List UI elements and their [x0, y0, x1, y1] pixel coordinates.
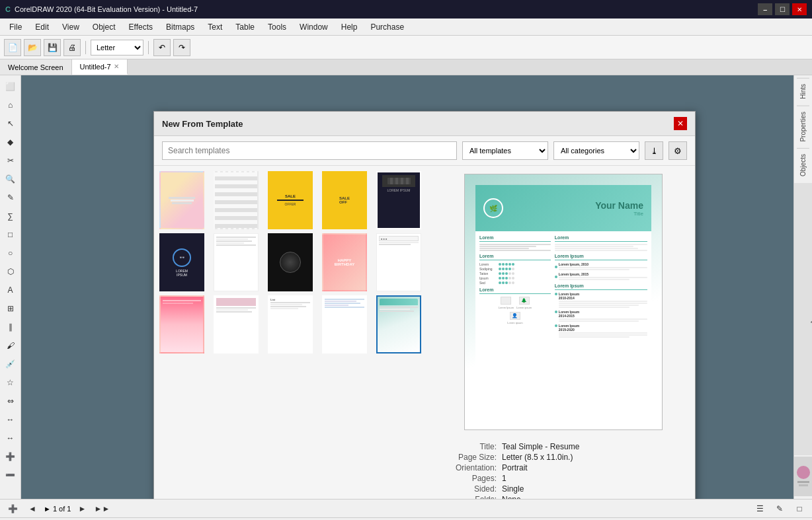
menu-bitmaps[interactable]: Bitmaps [159, 20, 201, 34]
select-tool[interactable]: ⬜ [2, 78, 19, 95]
node-tool[interactable]: ◆ [2, 133, 19, 151]
all-categories-filter[interactable]: All categories [553, 141, 639, 160]
page-nav-right[interactable]: ► [73, 500, 91, 517]
undo-button[interactable]: ↶ [153, 39, 171, 56]
new-from-template-dialog: New From Template ✕ All templates All ca… [153, 111, 696, 499]
template-info-table: Title: Teal Simple - Resume Page Size: L… [440, 441, 687, 499]
template-thumb-7[interactable] [214, 233, 259, 291]
new-button[interactable]: 📄 [4, 39, 21, 56]
template-thumb-4[interactable]: SALEOFF [322, 171, 367, 229]
delete-page-tool[interactable]: ➖ [2, 466, 19, 484]
zoom-tool[interactable]: 🔍 [2, 170, 19, 188]
parallel-tool[interactable]: ∥ [2, 318, 19, 336]
title-bar-left: C CorelDRAW 2020 (64-Bit Evaluation Vers… [5, 5, 198, 13]
folds-label: Folds: [441, 495, 501, 499]
template-thumb-9[interactable]: HAPPYBIRTHDAY [322, 233, 367, 291]
shape-tool[interactable]: □ [2, 226, 19, 243]
modal-search-row: All templates All categories ⤓ ⚙ [154, 136, 695, 166]
template-thumb-12[interactable] [214, 295, 259, 353]
page-size-select[interactable]: Letter A4 Legal [91, 40, 143, 56]
ellipse-tool[interactable]: ○ [2, 244, 19, 262]
template-thumb-6[interactable]: 👓 LOREMIPSUM [159, 233, 204, 291]
import-icon-button[interactable]: ⤓ [645, 141, 663, 160]
title-value: Teal Simple - Resume [502, 442, 686, 451]
redo-button[interactable]: ↷ [173, 39, 190, 56]
template-thumb-13[interactable]: List [268, 295, 313, 353]
menu-file[interactable]: File [3, 20, 28, 34]
template-thumb-14[interactable] [322, 295, 367, 353]
eyedropper-tool[interactable]: 💉 [2, 355, 19, 373]
cursor-tool[interactable]: ↖ [2, 115, 19, 132]
title-bar-controls[interactable]: ‒ ☐ ✕ [758, 3, 807, 15]
menu-table[interactable]: Table [229, 20, 261, 34]
menu-effects[interactable]: Effects [122, 20, 159, 34]
template-thumb-3[interactable]: SALE OFFER [268, 171, 313, 229]
save-button[interactable]: 💾 [44, 39, 61, 56]
add-page-tool[interactable]: ➕ [2, 448, 19, 465]
tab-welcome-label: Welcome Screen [8, 63, 63, 71]
template-thumb-1[interactable] [159, 171, 204, 229]
template-thumb-5[interactable]: LOREM IPSUM [376, 171, 421, 229]
tab-untitled[interactable]: Untitled-7 ✕ [72, 59, 128, 75]
menu-help[interactable]: Help [335, 20, 364, 34]
settings-icon-button[interactable]: ⚙ [669, 141, 687, 160]
crop-tool[interactable]: ✂ [2, 152, 19, 169]
main-toolbar: 📄 📂 💾 🖨 Letter A4 Legal ↶ ↷ [0, 36, 812, 59]
main-layout: ⬜ ⌂ ↖ ◆ ✂ 🔍 ✎ ∑ □ ○ ⬡ A ⊞ ∥ 🖌 💉 ☆ ⇔ ↔ ↔ … [0, 75, 812, 499]
menu-edit[interactable]: Edit [28, 20, 56, 34]
snap-button[interactable]: ☰ [751, 500, 768, 517]
menu-tools[interactable]: Tools [261, 20, 293, 34]
freehand-tool[interactable]: ✎ [2, 189, 19, 206]
connector-tool[interactable]: ↔ [2, 411, 19, 428]
tab-untitled-label: Untitled-7 [80, 63, 111, 71]
menu-window[interactable]: Window [293, 20, 335, 34]
page-indicator: ► 1 of 1 [44, 505, 71, 513]
page-size-value: Letter (8.5 x 11.0in.) [502, 453, 686, 462]
polygon-tool[interactable]: ⬡ [2, 263, 19, 280]
select-all-button[interactable]: □ [791, 500, 808, 517]
modal-close-button[interactable]: ✕ [674, 117, 687, 130]
template-thumb-8[interactable] [268, 233, 313, 291]
menu-purchase[interactable]: Purchase [364, 20, 411, 34]
bottom-toolbar: ➕ ◄ ► 1 of 1 ► ►► ☰ ✎ □ [0, 499, 812, 517]
tab-close-icon[interactable]: ✕ [114, 63, 119, 70]
bezier-tool[interactable]: ∑ [2, 207, 19, 225]
text-tool[interactable]: A [2, 281, 19, 299]
minimize-button[interactable]: ‒ [758, 3, 772, 15]
page-nav-left[interactable]: ◄ [24, 500, 41, 517]
search-input[interactable] [162, 141, 457, 160]
pages-value: 1 [502, 474, 686, 483]
all-templates-filter[interactable]: All templates [462, 141, 548, 160]
title-bar: C CorelDRAW 2020 (64-Bit Evaluation Vers… [0, 0, 812, 19]
fill-tool[interactable]: 🖌 [2, 337, 19, 354]
home-tool[interactable]: ⌂ [2, 96, 19, 114]
menu-text[interactable]: Text [201, 20, 229, 34]
close-button[interactable]: ✕ [792, 3, 807, 15]
hints-panel-tab[interactable]: Hints [797, 78, 809, 104]
properties-panel-tab[interactable]: Properties [797, 106, 809, 147]
objects-panel-tab[interactable]: Objects [797, 148, 809, 182]
resume-art: 🌿 Your Name Title [465, 174, 662, 429]
open-button[interactable]: 📂 [24, 39, 41, 56]
tabs-row: Welcome Screen Untitled-7 ✕ [0, 59, 812, 75]
template-thumb-11[interactable] [159, 295, 204, 353]
template-thumb-10[interactable]: ■ ■ ■ [376, 233, 421, 291]
menu-object[interactable]: Object [86, 20, 122, 34]
menu-bar: File Edit View Object Effects Bitmaps Te… [0, 19, 812, 36]
pages-label: Pages: [441, 474, 501, 483]
page-nav-end[interactable]: ►► [93, 500, 110, 517]
menu-view[interactable]: View [56, 20, 86, 34]
print-button[interactable]: 🖨 [63, 39, 81, 56]
sided-label: Sided: [441, 484, 501, 494]
eraser-button[interactable]: ✎ [771, 500, 788, 517]
add-layer-button[interactable]: ➕ [4, 500, 21, 517]
template-thumb-15[interactable] [376, 295, 421, 353]
app-logo: C [5, 5, 11, 13]
maximize-button[interactable]: ☐ [775, 3, 790, 15]
interactive-tool[interactable]: ☆ [2, 374, 19, 391]
transform-tool[interactable]: ⇔ [2, 392, 19, 410]
template-thumb-2[interactable] [214, 171, 259, 229]
tab-welcome[interactable]: Welcome Screen [0, 59, 72, 75]
table-tool[interactable]: ⊞ [2, 300, 19, 317]
dimension-tool[interactable]: ↔ [2, 429, 19, 447]
